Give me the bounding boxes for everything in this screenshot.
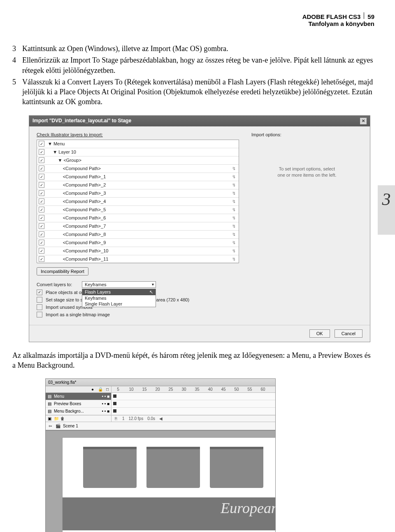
keyframe[interactable]	[113, 394, 116, 398]
ruler-tick: 15	[138, 387, 151, 392]
incompatibility-report-button[interactable]: Incompatibility Report	[37, 267, 88, 275]
dropdown-item-single-flash-layer[interactable]: Single Flash Layer	[82, 301, 156, 307]
layer-checkbox[interactable]: ✓	[39, 198, 44, 204]
dialog-titlebar[interactable]: Import "DVD_interface_layout.ai" to Stag…	[29, 116, 370, 126]
ruler-tick: 30	[177, 387, 191, 392]
layer-row[interactable]: ✓ <Compound Path>_2↯	[37, 181, 239, 189]
timeline-frames[interactable]	[112, 400, 275, 407]
timeline-frames[interactable]	[112, 393, 275, 400]
layer-row[interactable]: ✓ <Compound Path>_9↯	[37, 239, 239, 247]
layer-checkbox[interactable]: ✓	[39, 215, 44, 221]
paragraph-after: Az alkalmazás importálja a DVD-menü képé…	[12, 350, 374, 371]
stage-area[interactable]: European Ho Play Movie Scene Selection S…	[45, 430, 276, 532]
page-header: ADOBE FLASH CS3 59 Tanfolyam a könyvben	[12, 12, 374, 27]
eye-icon[interactable]: ●	[91, 387, 95, 392]
layer-row[interactable]: ✓ <Compound Path>_7↯	[37, 222, 239, 231]
layer-checkbox[interactable]: ✓	[39, 223, 44, 229]
set-stage-size-checkbox[interactable]	[37, 297, 42, 303]
header-subtitle: Tanfolyam a könyvben	[12, 20, 374, 27]
new-folder-icon[interactable]: 📁	[54, 416, 58, 421]
onion-skin-icon[interactable]: ⎘	[114, 416, 118, 421]
ok-button[interactable]: OK	[309, 329, 330, 338]
layer-row[interactable]: ✓ <Compound Path>_11↯	[37, 255, 239, 264]
layer-row[interactable]: ✓ <Compound Path>_6↯	[37, 214, 239, 222]
layer-row[interactable]: ✓ <Compound Path>_10↯	[37, 247, 239, 255]
scene-name[interactable]: Scene 1	[63, 424, 78, 428]
preview-box	[210, 447, 263, 488]
layer-checkbox[interactable]: ✓	[39, 190, 44, 196]
timeline-layer-name[interactable]: ▤Menu• • ■	[46, 393, 112, 400]
timeline-layer-name[interactable]: ▤Menu Backgro...• • ■	[46, 408, 112, 415]
layer-type-icon: ↯	[230, 166, 237, 171]
timeline-layer-row[interactable]: ▤Menu• • ■	[46, 393, 275, 400]
layer-type-icon: ↯	[230, 232, 237, 237]
dropdown-item-flash-layers[interactable]: Flash Layers↖	[82, 289, 156, 295]
layer-checkbox[interactable]: ✓	[39, 166, 44, 171]
layer-row[interactable]: ✓ <Compound Path>_8↯	[37, 231, 239, 239]
keyframe[interactable]	[113, 402, 116, 405]
layer-row[interactable]: ✓ ▼ Layer 10	[37, 148, 239, 156]
scroll-left-icon[interactable]: ◀	[159, 416, 163, 421]
layer-row[interactable]: ✓ <Compound Path>_4↯	[37, 198, 239, 206]
scene-icon: 🎬	[56, 424, 60, 428]
scene-back-icon[interactable]: ⇦	[48, 424, 52, 428]
convert-layers-menu[interactable]: Flash Layers↖ Keyframes Single Flash Lay…	[82, 289, 156, 307]
nav-play-movie: Play Movie	[85, 530, 123, 532]
timeline-layer-name[interactable]: ▤Preview Boxes• • ■	[46, 400, 112, 407]
timeline-layer-row[interactable]: ▤Preview Boxes• • ■	[46, 400, 275, 408]
layer-checkbox[interactable]: ✓	[39, 240, 44, 245]
layer-row[interactable]: ✓ <Compound Path>_5↯	[37, 206, 239, 214]
layer-checkbox[interactable]: ✓	[39, 182, 44, 188]
layer-type-icon: ↯	[230, 207, 237, 212]
preview-box	[83, 447, 137, 488]
layer-checkbox[interactable]: ✓	[39, 256, 44, 262]
place-objects-checkbox[interactable]: ✓	[37, 289, 42, 295]
layer-type-icon: ↯	[230, 215, 237, 221]
layer-row[interactable]: ✓ ▼ <Group>	[37, 156, 239, 165]
timeline-ruler[interactable]: 51015202530354045505560	[112, 386, 275, 392]
new-layer-icon[interactable]: ▣	[47, 416, 51, 421]
layer-checkbox[interactable]: ✓	[39, 207, 44, 212]
fps-display: 12.0 fps	[129, 416, 144, 421]
dropdown-item-keyframes[interactable]: Keyframes	[82, 295, 156, 301]
layer-label: ▼ Layer 10	[48, 149, 230, 154]
keyframe[interactable]	[113, 409, 116, 413]
cancel-button[interactable]: Cancel	[335, 329, 362, 338]
timeline-file-tab[interactable]: 03_working.fla*	[46, 379, 275, 386]
layer-label: <Compound Path>_7	[48, 224, 230, 229]
layer-label: <Compound Path>_2	[48, 182, 230, 187]
convert-layers-dropdown[interactable]: Keyframes Flash Layers↖ Keyframes Single…	[82, 281, 156, 288]
layer-row[interactable]: ✓ <Compound Path>↯	[37, 165, 239, 173]
time-display: 0.0s	[147, 416, 155, 421]
layer-label: <Compound Path>_5	[48, 207, 230, 212]
layer-row[interactable]: ✓ <Compound Path>_1↯	[37, 173, 239, 181]
layer-row[interactable]: ✓ <Compound Path>_3↯	[37, 189, 239, 198]
layer-label: <Compound Path>	[48, 166, 230, 171]
import-bitmap-label: Import as a single bitmap image	[46, 312, 110, 317]
layer-checkbox[interactable]: ✓	[39, 141, 44, 147]
nav-special-features: Special Features	[216, 530, 271, 532]
layers-list[interactable]: ✓▼ Menu✓ ▼ Layer 10✓ ▼ <Group>✓ <Compoun…	[37, 140, 239, 263]
layer-checkbox[interactable]: ✓	[39, 174, 44, 180]
preview-box	[146, 447, 200, 488]
import-unused-checkbox[interactable]	[37, 304, 42, 310]
layer-checkbox[interactable]: ✓	[39, 157, 44, 163]
delete-layer-icon[interactable]: 🗑	[60, 416, 65, 421]
layer-checkbox[interactable]: ✓	[39, 231, 44, 237]
outline-icon[interactable]: □	[105, 387, 109, 392]
layer-label: <Compound Path>_9	[48, 240, 230, 245]
current-frame: 1	[122, 416, 125, 421]
header-title: ADOBE FLASH CS3	[302, 13, 361, 20]
timeline-frames[interactable]	[112, 408, 275, 415]
ruler-tick: 60	[256, 387, 270, 392]
timeline-layer-row[interactable]: ▤Menu Backgro...• • ■	[46, 408, 275, 415]
ruler-tick: 45	[217, 387, 230, 392]
layer-row[interactable]: ✓▼ Menu	[37, 140, 239, 148]
close-icon[interactable]: ✕	[360, 118, 367, 124]
import-bitmap-checkbox[interactable]	[37, 312, 42, 317]
layer-checkbox[interactable]: ✓	[39, 248, 44, 254]
layer-checkbox[interactable]: ✓	[39, 149, 44, 155]
layer-type-icon: ↯	[230, 174, 237, 180]
header-page-number: 59	[367, 13, 374, 20]
lock-icon[interactable]: 🔒	[98, 387, 102, 392]
